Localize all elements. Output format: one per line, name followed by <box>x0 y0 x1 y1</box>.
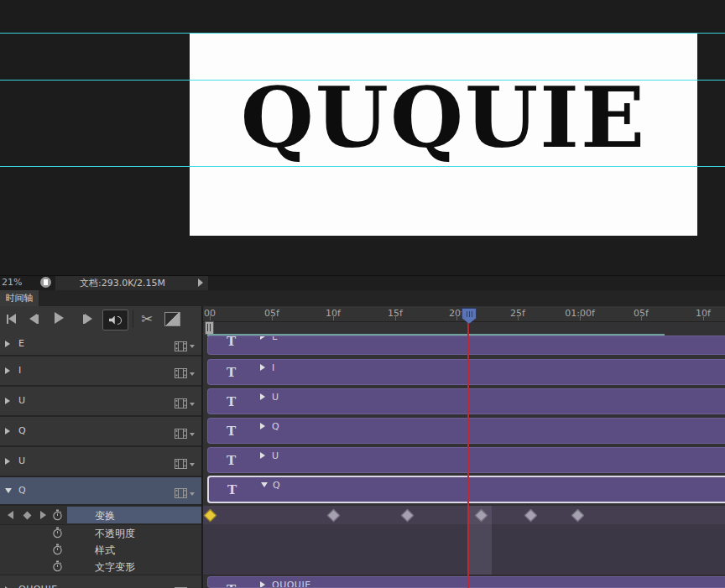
horizontal-guide-1 <box>0 80 725 81</box>
clip-name-label: I <box>272 362 275 373</box>
layer-expand-icon[interactable] <box>5 458 10 465</box>
clip-content: TQ <box>208 419 725 443</box>
horizontal-guide-2 <box>0 166 725 167</box>
next-keyframe-button[interactable] <box>39 511 47 519</box>
work-area-start-handle[interactable] <box>205 321 214 335</box>
canvas-text-layer[interactable]: QUQUIE <box>190 75 697 159</box>
property-label-transform[interactable]: 变换 <box>95 509 115 523</box>
filmstrip-icon <box>175 366 187 382</box>
layer-name-label: E <box>18 338 24 349</box>
layer-expand-icon[interactable] <box>5 428 10 434</box>
clip-name-label: U <box>272 392 279 403</box>
stopwatch-icon[interactable] <box>52 527 63 539</box>
layer-film-menu[interactable] <box>175 396 195 412</box>
previous-frame-bar-icon <box>37 315 39 324</box>
clip-name-label: U <box>272 450 279 461</box>
layer-film-menu[interactable] <box>175 426 195 442</box>
empty-property-track-1 <box>203 541 725 559</box>
layer-row-u-2[interactable]: U <box>0 387 201 417</box>
chevron-down-icon <box>190 463 195 466</box>
filmstrip-icon <box>175 339 187 355</box>
clip-bar-u-4[interactable]: TU <box>207 447 725 473</box>
layer-film-menu[interactable] <box>175 456 195 472</box>
clip-content: TI <box>208 360 725 384</box>
clip-content: TE <box>208 336 725 346</box>
layer-name-label: U <box>18 395 26 406</box>
layer-film-menu[interactable] <box>175 486 195 502</box>
previous-keyframe-icon <box>8 511 13 519</box>
playhead-line <box>467 322 469 588</box>
ruler-tick-mark-6 <box>580 315 581 320</box>
layer-row-ququie-6[interactable]: QUQUIE <box>0 575 201 588</box>
clip-bar-u-2[interactable]: TU <box>207 388 725 414</box>
filmstrip-icon <box>175 426 187 442</box>
stopwatch-icon[interactable] <box>52 544 63 555</box>
text-layer-icon: T <box>227 582 236 588</box>
layer-row-e-0[interactable]: E <box>0 332 201 356</box>
property-row-2[interactable]: 文字变形 <box>0 558 201 575</box>
property-label: 样式 <box>95 544 115 558</box>
zoom-level-field[interactable]: 21% <box>2 277 22 288</box>
clip-content: TU <box>208 389 725 414</box>
property-label: 文字变形 <box>95 560 135 575</box>
clip-expand-icon[interactable] <box>260 423 265 429</box>
layer-expand-icon[interactable] <box>5 398 10 404</box>
chevron-down-icon <box>190 403 195 406</box>
layer-film-menu[interactable] <box>175 366 195 382</box>
layer-film-menu[interactable] <box>175 339 195 355</box>
doc-info-menu-arrow-icon[interactable] <box>198 278 203 287</box>
clip-content: TU <box>208 448 725 472</box>
layer-name-label: I <box>18 365 22 376</box>
transform-stopwatch-icon[interactable] <box>52 509 63 521</box>
layer-row-i-1[interactable]: I <box>0 356 201 387</box>
clip-expand-icon[interactable] <box>260 393 265 400</box>
next-frame-button[interactable] <box>80 312 95 325</box>
layer-expand-icon[interactable] <box>5 341 10 347</box>
layer-expand-icon[interactable] <box>5 488 12 493</box>
previous-keyframe-button[interactable] <box>6 511 14 519</box>
layer-expand-icon[interactable] <box>5 367 10 374</box>
mute-audio-button[interactable] <box>102 310 128 330</box>
property-row-0[interactable]: 不透明度 <box>0 524 201 542</box>
ruler-tick-mark-0 <box>210 315 211 320</box>
clip-expand-icon[interactable] <box>260 364 265 371</box>
ruler-tick-mark-4 <box>456 315 457 320</box>
clip-bar-ququie-6[interactable]: TQUQUIE <box>207 576 725 588</box>
chevron-down-icon <box>190 492 195 496</box>
text-layer-icon: T <box>227 394 236 409</box>
layer-row-q-3[interactable]: Q <box>0 417 201 447</box>
layer-film-menu[interactable] <box>175 585 195 588</box>
previous-frame-button[interactable] <box>26 312 41 325</box>
layer-row-q-5[interactable]: Q <box>0 477 201 506</box>
ruler-tick-mark-1 <box>272 315 273 320</box>
ruler-tick-mark-3 <box>395 315 396 320</box>
transform-keyframe-track[interactable] <box>203 506 725 525</box>
scissors-icon: ✂ <box>141 310 153 327</box>
clip-expand-icon[interactable] <box>261 482 268 487</box>
play-button[interactable] <box>52 311 65 325</box>
layer-row-u-4[interactable]: U <box>0 447 201 477</box>
clip-bar-i-1[interactable]: TI <box>207 359 725 385</box>
property-transform-highlight[interactable] <box>67 507 201 523</box>
transition-button[interactable] <box>164 312 180 326</box>
go-to-first-frame-button[interactable] <box>3 312 18 325</box>
clip-bar-e-0[interactable]: TE <box>207 336 725 355</box>
clip-bar-q-5[interactable]: TQ <box>207 476 725 503</box>
ruler-tick-mark-2 <box>333 315 334 320</box>
clip-expand-icon[interactable] <box>260 581 265 588</box>
clip-name-label: Q <box>273 480 280 491</box>
speaker-wave-icon <box>117 316 122 325</box>
property-row-1[interactable]: 样式 <box>0 541 201 559</box>
clip-expand-icon[interactable] <box>260 336 265 340</box>
tab-timeline[interactable]: 时间轴 <box>0 290 39 306</box>
clip-expand-icon[interactable] <box>260 452 265 459</box>
split-at-playhead-button[interactable]: ✂ <box>137 309 157 329</box>
add-remove-keyframe-button[interactable] <box>23 511 31 519</box>
stopwatch-icon[interactable] <box>52 560 63 572</box>
doc-info-box[interactable]: 文档:293.0K/2.15M <box>55 276 208 290</box>
clip-content: TQUQUIE <box>208 577 725 587</box>
property-label: 不透明度 <box>95 527 135 541</box>
keyframe-diamond-icon <box>23 511 31 519</box>
clip-bar-q-3[interactable]: TQ <box>207 418 725 444</box>
clip-name-label: E <box>272 336 278 342</box>
